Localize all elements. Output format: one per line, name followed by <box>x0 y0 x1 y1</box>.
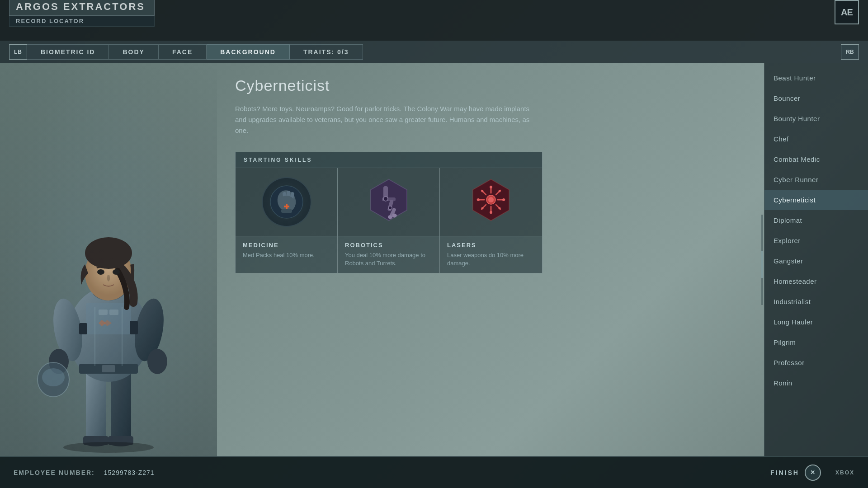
svg-rect-22 <box>99 310 108 315</box>
svg-point-61 <box>481 207 484 210</box>
xbox-logo: XBOX <box>835 469 854 476</box>
skill-info-medicine: MEDICINE Med Packs heal 10% more. <box>236 236 337 273</box>
character-portrait <box>0 63 217 456</box>
lasers-icon-hex <box>468 177 514 227</box>
finish-label: FINISH <box>770 469 799 476</box>
bg-list-item-diplomat[interactable]: Diplomat <box>764 210 868 230</box>
skill-card-lasers: LASERS Laser weapons do 10% more damage. <box>440 168 542 273</box>
background-list[interactable]: Beast HunterBouncerBounty HunterChefComb… <box>764 63 868 456</box>
svg-rect-9 <box>102 365 115 372</box>
svg-point-26 <box>63 442 154 453</box>
bg-list-item-chef[interactable]: Chef <box>764 129 868 149</box>
bg-list-item-professor[interactable]: Professor <box>764 352 868 373</box>
tab-body[interactable]: BODY <box>109 44 158 60</box>
bg-list-item-combat-medic[interactable]: Combat Medic <box>764 149 868 169</box>
svg-rect-25 <box>130 321 138 334</box>
skill-info-robotics: ROBOTICS You deal 10% more damage to Rob… <box>338 236 439 273</box>
svg-rect-24 <box>79 323 87 334</box>
skill-card-medicine: MEDICINE Med Packs heal 10% more. <box>236 168 338 273</box>
svg-rect-23 <box>109 310 118 315</box>
bg-list-item-beast-hunter[interactable]: Beast Hunter <box>764 68 868 88</box>
header: ARGOS EXTRACTORS RECORD LOCATOR AE <box>0 0 868 41</box>
skill-card-robotics: ROBOTICS You deal 10% more damage to Rob… <box>338 168 440 273</box>
skill-name-robotics: ROBOTICS <box>345 242 432 249</box>
skills-panel: STARTING SKILLS <box>235 152 542 273</box>
medicine-icon-circle <box>262 177 311 227</box>
app-title-group: ARGOS EXTRACTORS RECORD LOCATOR <box>9 0 155 27</box>
svg-point-41 <box>383 197 388 201</box>
skills-header: STARTING SKILLS <box>236 152 542 168</box>
bg-list-item-homesteader[interactable]: Homesteader <box>764 271 868 291</box>
bg-list-item-ronin[interactable]: Ronin <box>764 373 868 393</box>
bg-list-item-long-hauler[interactable]: Long Hauler <box>764 312 868 332</box>
svg-point-56 <box>477 198 480 201</box>
bg-list-item-cyberneticist[interactable]: Cyberneticist <box>764 190 868 210</box>
svg-point-59 <box>499 207 501 210</box>
svg-point-13 <box>42 368 65 386</box>
svg-point-55 <box>490 211 492 214</box>
skill-desc-robotics: You deal 10% more damage to Robots and T… <box>345 251 432 267</box>
svg-point-20 <box>97 269 104 275</box>
character-area <box>0 63 217 456</box>
skill-name-medicine: MEDICINE <box>243 242 330 249</box>
tab-biometric[interactable]: BIOMETRIC ID <box>27 44 109 60</box>
finish-key[interactable]: ✕ <box>805 465 821 481</box>
medicine-icon <box>269 184 305 220</box>
tab-face[interactable]: FACE <box>159 44 207 60</box>
svg-point-42 <box>388 206 392 210</box>
svg-rect-34 <box>286 204 288 209</box>
skill-icon-area-robotics <box>338 168 439 236</box>
finish-button[interactable]: FINISH ✕ XBOX <box>770 465 854 481</box>
lasers-icon <box>468 177 514 227</box>
svg-point-57 <box>502 198 505 201</box>
skill-icon-area-lasers <box>440 168 542 236</box>
nav-tabs: LB BIOMETRIC ID BODY FACE BACKGROUND TRA… <box>0 41 868 63</box>
skill-desc-lasers: Laser weapons do 10% more damage. <box>447 251 535 267</box>
character-svg <box>32 194 185 456</box>
robotics-icon <box>366 177 411 227</box>
skill-info-lasers: LASERS Laser weapons do 10% more damage. <box>440 236 542 273</box>
tab-traits[interactable]: TRAITS: 0/3 <box>290 44 363 60</box>
svg-point-19 <box>85 237 132 269</box>
skill-icon-area-medicine <box>236 168 337 236</box>
bg-list-item-cyber-runner[interactable]: Cyber Runner <box>764 169 868 190</box>
bg-list-item-pilgrim[interactable]: Pilgrim <box>764 332 868 352</box>
bg-list-item-gangster[interactable]: Gangster <box>764 251 868 271</box>
nav-left-button[interactable]: LB <box>9 44 27 60</box>
main-content: Cyberneticist Robots? Mere toys. Neuroam… <box>0 63 868 456</box>
robotics-icon-hex <box>366 177 411 227</box>
scroll-thumb <box>761 251 763 278</box>
skills-grid: MEDICINE Med Packs heal 10% more. <box>236 168 542 273</box>
background-description: Robots? Mere toys. Neuroamps? Good for p… <box>235 103 533 136</box>
scroll-indicator <box>761 215 763 305</box>
employee-label: EMPLOYEE NUMBER: <box>14 469 95 476</box>
header-title-block: ARGOS EXTRACTORS RECORD LOCATOR <box>9 0 155 27</box>
svg-point-21 <box>113 269 120 275</box>
svg-point-15 <box>147 349 167 374</box>
nav-right-button[interactable]: RB <box>841 44 859 60</box>
skill-name-lasers: LASERS <box>447 242 535 249</box>
tab-background[interactable]: BACKGROUND <box>207 44 290 60</box>
bg-list-item-bounty-hunter[interactable]: Bounty Hunter <box>764 108 868 129</box>
bg-list-item-explorer[interactable]: Explorer <box>764 230 868 251</box>
bottom-bar: EMPLOYEE NUMBER: 15299783-Z271 FINISH ✕ … <box>0 456 868 488</box>
employee-number: 15299783-Z271 <box>104 469 155 476</box>
app-subtitle: RECORD LOCATOR <box>9 16 155 27</box>
bg-list-item-industrialist[interactable]: Industrialist <box>764 291 868 312</box>
svg-point-58 <box>481 190 484 192</box>
skill-desc-medicine: Med Packs heal 10% more. <box>243 251 330 259</box>
app-title: ARGOS EXTRACTORS <box>9 0 155 16</box>
info-panel: Cyberneticist Robots? Mere toys. Neuroam… <box>217 63 764 456</box>
background-name: Cyberneticist <box>235 77 746 94</box>
ae-logo: AE <box>835 0 859 24</box>
bg-list-item-bouncer[interactable]: Bouncer <box>764 88 868 108</box>
header-top: ARGOS EXTRACTORS RECORD LOCATOR AE <box>0 0 868 23</box>
svg-rect-35 <box>281 209 292 213</box>
svg-point-60 <box>499 190 501 192</box>
svg-point-45 <box>488 197 494 202</box>
svg-point-54 <box>490 186 492 188</box>
